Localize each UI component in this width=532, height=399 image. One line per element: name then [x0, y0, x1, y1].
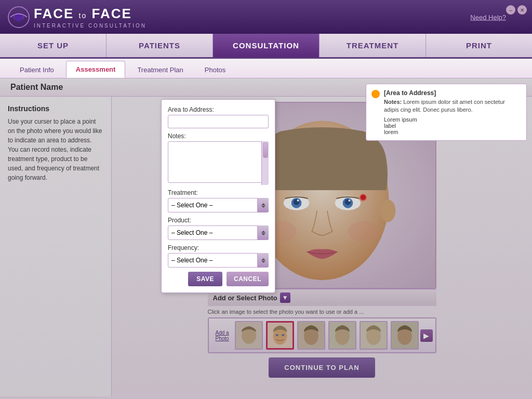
info-panel-notes: Notes: Lorem ipsum dolor sit amet con se…	[384, 98, 521, 114]
need-help-link[interactable]: Need Help?	[470, 13, 506, 21]
info-panel-content: [Area to Address] Notes: Lorem ipsum dol…	[384, 89, 521, 135]
tab-patients[interactable]: PATIENTS	[107, 34, 213, 57]
info-label3: lorem	[384, 129, 398, 135]
tab-consultation[interactable]: CONSULTATION	[213, 34, 320, 57]
logo-subtitle: INTERACTIVE CONSULTATION	[34, 23, 147, 29]
product-select-wrapper: – Select One –	[168, 225, 269, 240]
product-select[interactable]: – Select One –	[168, 225, 269, 240]
tab-setup[interactable]: SET UP	[0, 34, 107, 57]
product-group: Product: – Select One –	[168, 217, 269, 240]
window-controls: – ✕	[506, 5, 527, 15]
treatment-select[interactable]: – Select One –	[168, 198, 269, 212]
orange-marker-dot	[371, 90, 380, 98]
subtab-photos[interactable]: Photos	[195, 62, 235, 78]
notes-label: Notes:	[168, 132, 269, 140]
content-area: Patient Name Instructions Use your curse…	[0, 78, 532, 399]
area-info-panel: [Area to Address] Notes: Lorem ipsum dol…	[366, 84, 527, 141]
tab-treatment[interactable]: TREATMENT	[320, 34, 426, 57]
frequency-group: Frequency: – Select One –	[168, 244, 269, 268]
close-button[interactable]: ✕	[517, 5, 527, 15]
area-input[interactable]	[168, 115, 269, 128]
frequency-label: Frequency:	[168, 244, 269, 251]
logo-icon	[8, 6, 30, 28]
info-panel-header: [Area to Address] Notes: Lorem ipsum dol…	[371, 89, 521, 135]
treatment-group: Treatment: – Select One –	[168, 189, 269, 212]
scrollbar-thumb	[263, 142, 268, 158]
info-panel-title: [Area to Address]	[384, 89, 521, 97]
tab-print[interactable]: PRINT	[426, 34, 532, 57]
logo-name: FACE to FACE	[34, 6, 147, 22]
popup-overlay: [Area to Address] Notes: Lorem ipsum dol…	[0, 78, 532, 399]
frequency-select-wrapper: – Select One –	[168, 253, 269, 268]
save-button[interactable]: SAVE	[188, 272, 222, 286]
notes-textarea-wrapper	[168, 141, 269, 185]
info-notes-text: Lorem ipsum dolor sit amet con sectetur …	[384, 99, 505, 113]
frequency-select[interactable]: – Select One –	[168, 253, 269, 268]
area-label: Area to Address:	[168, 106, 269, 113]
product-label: Product:	[168, 217, 269, 224]
notes-group: Notes:	[168, 132, 269, 185]
logo-text-block: FACE to FACE INTERACTIVE CONSULTATION	[34, 6, 147, 29]
area-to-address-group: Area to Address:	[168, 106, 269, 128]
notes-scrollbar	[261, 141, 269, 185]
logo: FACE to FACE INTERACTIVE CONSULTATION	[8, 6, 147, 29]
sub-navigation: Patient Info Assessment Treatment Plan P…	[0, 59, 532, 78]
form-buttons: SAVE CANCEL	[168, 272, 269, 286]
info-label1: Lorem ipsum	[384, 116, 417, 123]
subtab-patient-info[interactable]: Patient Info	[10, 62, 63, 78]
app-header: FACE to FACE INTERACTIVE CONSULTATION Ne…	[0, 0, 532, 34]
minimize-button[interactable]: –	[506, 5, 515, 15]
info-label2: label	[384, 123, 396, 129]
treatment-select-wrapper: – Select One –	[168, 198, 269, 212]
info-extra: Lorem ipsum label lorem	[384, 116, 521, 135]
notes-textarea[interactable]	[168, 141, 269, 183]
edit-area-popup: Area to Address: Notes: Treatment: – Sel…	[161, 99, 275, 293]
subtab-assessment[interactable]: Assessment	[66, 61, 126, 78]
main-navigation: SET UP PATIENTS CONSULTATION TREATMENT P…	[0, 34, 532, 59]
subtab-treatment-plan[interactable]: Treatment Plan	[128, 62, 192, 78]
cancel-button[interactable]: CANCEL	[227, 272, 269, 286]
treatment-label: Treatment:	[168, 189, 269, 196]
